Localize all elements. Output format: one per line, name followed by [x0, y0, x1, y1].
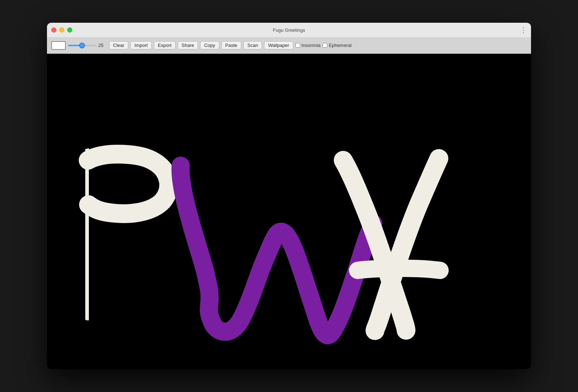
brush-size-slider[interactable] [68, 45, 97, 46]
paste-button[interactable]: Paste [221, 41, 241, 49]
wallpaper-button[interactable]: Wallpaper [264, 41, 293, 49]
import-button[interactable]: Import [130, 41, 152, 49]
clear-button[interactable]: Clear [109, 41, 128, 49]
export-button[interactable]: Export [154, 41, 176, 49]
menu-dots-icon[interactable]: ⋮ [520, 27, 527, 33]
window-title: Fugu Greetings [273, 27, 305, 33]
ephemeral-checkbox[interactable] [323, 43, 327, 48]
close-button[interactable] [51, 27, 56, 32]
drawing-canvas[interactable] [47, 54, 531, 369]
maximize-button[interactable] [67, 27, 72, 32]
scan-button[interactable]: Scan [243, 41, 262, 49]
color-swatch[interactable] [51, 41, 66, 50]
brush-size-value: 25 [98, 43, 107, 48]
letter-p [86, 154, 169, 310]
ephemeral-checkbox-label[interactable]: Ephemeral [323, 43, 351, 48]
brush-size-container: 25 [68, 43, 107, 48]
copy-button[interactable]: Copy [200, 41, 219, 49]
insomnia-label: Insomnia [302, 43, 321, 48]
pwa-svg-drawing [47, 54, 531, 369]
ephemeral-label: Ephemeral [329, 43, 351, 48]
letter-w [181, 166, 373, 335]
insomnia-checkbox[interactable] [296, 43, 300, 48]
app-window: Fugu Greetings ⋮ 25 Clear Import Export … [47, 23, 531, 369]
traffic-lights [51, 27, 72, 32]
minimize-button[interactable] [59, 27, 64, 32]
share-button[interactable]: Share [178, 41, 198, 49]
toolbar: 25 Clear Import Export Share Copy Paste … [47, 37, 531, 54]
title-bar: Fugu Greetings ⋮ [47, 23, 531, 37]
insomnia-checkbox-label[interactable]: Insomnia [296, 43, 321, 48]
